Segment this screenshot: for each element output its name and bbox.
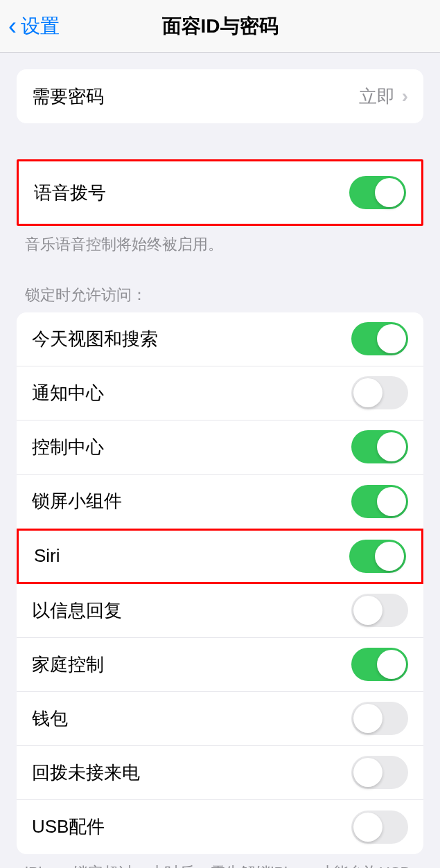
chevron-right-icon: › <box>402 85 408 107</box>
return-call-toggle[interactable] <box>351 756 408 789</box>
lock-access-row-notification: 通知中心 <box>17 366 423 420</box>
lock-access-row-home: 家庭控制 <box>17 638 423 692</box>
lock-access-label: 回拨未接来电 <box>32 761 351 785</box>
nav-bar: ‹ 设置 面容ID与密码 <box>0 0 440 53</box>
page-title: 面容ID与密码 <box>0 13 440 39</box>
lock-access-row-callback: 回拨未接来电 <box>17 746 423 800</box>
lock-access-group-top: 今天视图和搜索 通知中心 控制中心 锁屏小组件 <box>17 312 423 529</box>
lock-access-label: 锁屏小组件 <box>32 489 351 513</box>
lock-access-label: 以信息回复 <box>32 599 351 623</box>
require-passcode-row[interactable]: 需要密码 立即 › <box>17 69 423 123</box>
lock-access-label: Siri <box>34 545 349 567</box>
back-button[interactable]: ‹ 设置 <box>0 13 60 39</box>
voice-dial-footer: 音乐语音控制将始终被启用。 <box>0 226 440 256</box>
usb-accessories-toggle[interactable] <box>351 811 408 844</box>
require-passcode-value: 立即 <box>359 85 395 109</box>
siri-toggle[interactable] <box>349 540 406 573</box>
wallet-toggle[interactable] <box>351 702 408 735</box>
lock-access-label: 钱包 <box>32 707 351 731</box>
lock-access-row-widgets: 锁屏小组件 <box>17 475 423 529</box>
lock-access-label: USB配件 <box>32 815 351 839</box>
lock-access-row-siri: Siri <box>19 531 421 582</box>
voice-dial-row: 语音拨号 <box>19 161 421 224</box>
require-passcode-label: 需要密码 <box>32 85 359 109</box>
passcode-group: 需要密码 立即 › <box>17 69 423 123</box>
lock-access-group-bottom: 以信息回复 家庭控制 钱包 回拨未接来电 USB配件 <box>17 584 423 854</box>
voice-dial-highlight: 语音拨号 <box>17 159 423 226</box>
lock-access-label: 控制中心 <box>32 435 351 459</box>
lockscreen-widgets-toggle[interactable] <box>351 485 408 518</box>
voice-dial-label: 语音拨号 <box>34 181 349 205</box>
reply-message-toggle[interactable] <box>351 594 408 627</box>
lock-access-row-today: 今天视图和搜索 <box>17 312 423 366</box>
lock-access-header: 锁定时允许访问： <box>0 285 440 312</box>
today-view-toggle[interactable] <box>351 322 408 355</box>
lock-access-label: 通知中心 <box>32 381 351 405</box>
lock-access-label: 今天视图和搜索 <box>32 327 351 351</box>
back-label: 设置 <box>21 13 60 39</box>
lock-access-row-usb: USB配件 <box>17 800 423 854</box>
lock-access-row-reply: 以信息回复 <box>17 584 423 638</box>
control-center-toggle[interactable] <box>351 430 408 463</box>
voice-dial-toggle[interactable] <box>349 176 406 209</box>
lock-access-footer: iPhone锁定超过一小时后，需先解锁iPhone才能允许USB配件连接。 <box>0 854 440 868</box>
notification-center-toggle[interactable] <box>351 376 408 409</box>
lock-access-row-control: 控制中心 <box>17 420 423 475</box>
lock-access-row-wallet: 钱包 <box>17 692 423 746</box>
lock-access-label: 家庭控制 <box>32 653 351 677</box>
chevron-left-icon: ‹ <box>8 14 17 39</box>
home-control-toggle[interactable] <box>351 648 408 681</box>
siri-highlight: Siri <box>17 529 423 584</box>
